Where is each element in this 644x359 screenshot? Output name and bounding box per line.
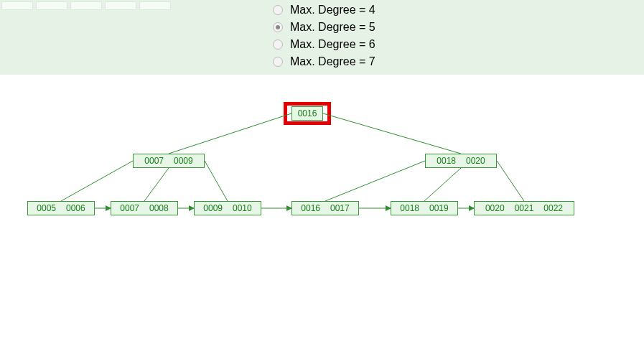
- key: 0006: [66, 203, 85, 213]
- degree-label: Max. Degree = 6: [290, 38, 375, 51]
- degree-label: Max. Degree = 5: [290, 21, 375, 34]
- bplus-tree-diagram: 0016 0007 0009 0018 0020 0005 0006 0007 …: [0, 75, 644, 348]
- degree-label: Max. Degree = 7: [290, 55, 375, 68]
- key: 0009: [174, 156, 193, 166]
- svg-line-0: [169, 113, 291, 154]
- key: 0018: [437, 156, 456, 166]
- key: 0009: [203, 203, 223, 213]
- tree-node-leaf[interactable]: 0018 0019: [391, 201, 458, 215]
- toolbar-button[interactable]: [139, 1, 171, 10]
- toolbar-button[interactable]: [36, 1, 67, 10]
- key: 0020: [485, 203, 505, 213]
- toolbar-button[interactable]: [70, 1, 102, 10]
- key: 0016: [301, 203, 320, 213]
- degree-option-4[interactable]: Max. Degree = 4: [273, 1, 644, 19]
- svg-line-5: [325, 161, 425, 201]
- key: 0018: [400, 203, 419, 213]
- key: 0019: [429, 203, 449, 213]
- toolbar-placeholder: [0, 0, 172, 11]
- key: 0016: [298, 108, 317, 118]
- degree-radio-group: Max. Degree = 4 Max. Degree = 5 Max. Deg…: [273, 1, 644, 70]
- tree-node-leaf[interactable]: 0016 0017: [291, 201, 359, 215]
- toolbar-button[interactable]: [1, 1, 33, 10]
- svg-line-3: [144, 168, 169, 201]
- degree-option-5[interactable]: Max. Degree = 5: [273, 19, 644, 36]
- control-panel: Max. Degree = 4 Max. Degree = 5 Max. Deg…: [0, 0, 644, 75]
- tree-node-internal[interactable]: 0018 0020: [425, 154, 497, 168]
- tree-node-leaf[interactable]: 0005 0006: [27, 201, 95, 215]
- radio-icon: [273, 39, 283, 50]
- svg-line-6: [424, 168, 461, 201]
- key: 0007: [144, 156, 164, 166]
- degree-label: Max. Degree = 4: [290, 4, 375, 17]
- radio-icon: [273, 22, 283, 32]
- tree-node-leaf[interactable]: 0007 0008: [111, 201, 178, 215]
- tree-node-root[interactable]: 0016: [291, 106, 323, 121]
- tree-node-internal[interactable]: 0007 0009: [133, 154, 205, 168]
- degree-option-6[interactable]: Max. Degree = 6: [273, 36, 644, 53]
- key: 0021: [515, 203, 534, 213]
- key: 0022: [543, 203, 563, 213]
- key: 0020: [466, 156, 485, 166]
- svg-line-1: [323, 113, 461, 154]
- tree-node-leaf[interactable]: 0009 0010: [194, 201, 261, 215]
- degree-option-7[interactable]: Max. Degree = 7: [273, 53, 644, 70]
- tree-node-leaf[interactable]: 0020 0021 0022: [474, 201, 574, 215]
- toolbar-button[interactable]: [105, 1, 136, 10]
- svg-line-2: [61, 161, 133, 201]
- key: 0007: [120, 203, 139, 213]
- key: 0005: [37, 203, 56, 213]
- radio-icon: [273, 5, 283, 15]
- svg-line-4: [205, 161, 228, 201]
- key: 0010: [233, 203, 252, 213]
- svg-line-7: [497, 161, 524, 201]
- key: 0008: [149, 203, 169, 213]
- key: 0017: [330, 203, 350, 213]
- radio-icon: [273, 57, 283, 67]
